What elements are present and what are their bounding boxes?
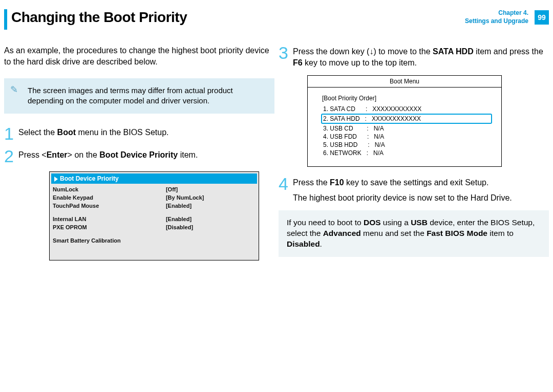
table-row: Enable Keypad[By NumLock] — [50, 193, 259, 202]
t: key to save the settings and exit Setup. — [344, 178, 489, 187]
t: Boot Device Priority — [60, 175, 119, 182]
step-4: 4 Press the F10 key to save the settings… — [279, 176, 549, 203]
t: key to move up to the top item. — [303, 58, 417, 67]
t: [By NumLock] — [163, 193, 259, 202]
t: SATA HDD — [433, 47, 474, 56]
t: NumLock — [50, 185, 163, 193]
t: F10 — [330, 178, 344, 187]
step-number-3: 3 — [279, 45, 293, 61]
boot-priority-order-label: [Boot Priority Order] — [322, 95, 491, 102]
boot-row: 3. USB CD : N/A — [322, 124, 491, 133]
info-note: ✎ The screen images and terms may differ… — [4, 78, 274, 114]
table-row: NumLock[Off] — [50, 185, 259, 193]
chapter-block: Chapter 4. Settings and Upgrade 99 — [465, 9, 549, 25]
t: USB — [411, 218, 428, 227]
tip-note: If you need to boot to DOS using a USB d… — [279, 210, 549, 257]
t: PXE OPROM — [50, 223, 163, 231]
t: [Off] — [163, 185, 259, 193]
gap — [50, 250, 259, 255]
table-row: TouchPad Mouse[Enabled] — [50, 202, 259, 210]
page-number-badge: 99 — [535, 10, 549, 25]
t: Press < — [18, 150, 47, 159]
t: Press the down key (↓) to move to the — [293, 47, 433, 56]
t: item. — [178, 150, 198, 159]
bios-setup-panel: Boot Device Priority NumLock[Off] Enable… — [49, 171, 259, 260]
step-3-text: Press the down key (↓) to move to the SA… — [293, 45, 549, 68]
content-columns: As an example, the procedures to change … — [4, 45, 549, 260]
note-icon: ✎ — [10, 83, 18, 96]
gap — [50, 231, 259, 236]
chapter-line1: Chapter 4. — [465, 9, 528, 17]
gap — [50, 255, 259, 260]
boot-row: 4. USB FDD : N/A — [322, 133, 491, 141]
note-text: The screen images and terms may differ f… — [28, 86, 233, 105]
t: Fast BIOS Mode — [427, 229, 487, 237]
t: F6 — [293, 58, 303, 67]
t: The highest boot priority device is now … — [293, 193, 512, 202]
gap — [50, 245, 259, 250]
boot-menu-body: [Boot Priority Order] 1. SATA CD : XXXXX… — [308, 88, 501, 166]
step-1: 1 Select the Boot menu in the BIOS Setup… — [4, 126, 274, 142]
t: . — [320, 239, 322, 248]
t: Press the — [293, 178, 330, 187]
triangle-right-icon — [54, 177, 58, 182]
boot-row-selected: 2. SATA HDD : XXXXXXXXXXXX — [321, 114, 492, 124]
t: item and press the — [474, 47, 543, 56]
boot-row: 6. NETWORK : N/A — [322, 149, 491, 157]
step-2: 2 Press <Enter> on the Boot Device Prior… — [4, 148, 274, 164]
page: Changing the Boot Priority Chapter 4. Se… — [0, 0, 553, 392]
table-row: PXE OPROM[Disabled] — [50, 223, 259, 231]
t: [Disabled] — [163, 223, 259, 231]
t: menu in the BIOS Setup. — [76, 128, 168, 137]
t: Select the — [18, 128, 57, 137]
bios-settings-table: NumLock[Off] Enable Keypad[By NumLock] T… — [50, 185, 259, 260]
step-4-text: Press the F10 key to save the settings a… — [293, 176, 512, 203]
right-column: 3 Press the down key (↓) to move to the … — [279, 45, 549, 260]
chapter-line2: Settings and Upgrade — [465, 17, 528, 26]
step-number-1: 1 — [4, 126, 18, 142]
gap — [50, 210, 259, 215]
table-row: Internal LAN[Enabled] — [50, 215, 259, 223]
t: Boot Device Priority — [99, 150, 178, 159]
accent-bar — [4, 9, 7, 30]
t: TouchPad Mouse — [50, 202, 163, 210]
step-number-4: 4 — [279, 176, 293, 192]
t: If you need to boot to — [287, 218, 364, 227]
step-3: 3 Press the down key (↓) to move to the … — [279, 45, 549, 68]
t: menu and set the — [361, 229, 427, 237]
t: Enable Keypad — [50, 193, 163, 202]
t: Smart Battery Calibration — [50, 236, 259, 245]
step-1-text: Select the Boot menu in the BIOS Setup. — [18, 126, 168, 138]
t: Enter — [47, 150, 68, 159]
t: Disabled — [287, 239, 320, 248]
t: [Enabled] — [163, 215, 259, 223]
left-column: As an example, the procedures to change … — [4, 45, 274, 260]
boot-row: 1. SATA CD : XXXXXXXXXXXX — [322, 105, 491, 113]
step-number-2: 2 — [4, 148, 18, 164]
table-row: Smart Battery Calibration — [50, 236, 259, 245]
t: using a — [381, 218, 411, 227]
t: DOS — [364, 218, 381, 227]
intro-text: As an example, the procedures to change … — [4, 45, 274, 67]
bios-highlight-row: Boot Device Priority — [51, 173, 257, 184]
t: Boot — [57, 128, 76, 137]
page-header: Changing the Boot Priority Chapter 4. Se… — [4, 9, 549, 31]
page-title: Changing the Boot Priority — [11, 9, 465, 26]
chapter-label: Chapter 4. Settings and Upgrade — [465, 9, 531, 25]
t: Internal LAN — [50, 215, 163, 223]
boot-menu-title: Boot Menu — [308, 76, 501, 88]
t: > on the — [68, 150, 100, 159]
t: item to — [487, 229, 514, 237]
boot-menu-panel: Boot Menu [Boot Priority Order] 1. SATA … — [307, 75, 502, 167]
step-2-text: Press <Enter> on the Boot Device Priorit… — [18, 148, 198, 161]
boot-row: 5. USB HDD : N/A — [322, 141, 491, 149]
t: Advanced — [323, 229, 361, 237]
t: [Enabled] — [163, 202, 259, 210]
